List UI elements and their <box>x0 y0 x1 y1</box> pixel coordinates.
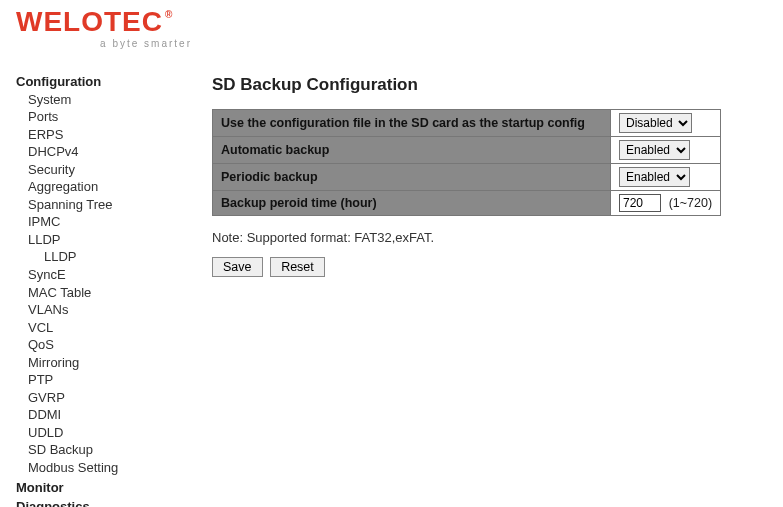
row-backup-period: Backup peroid time (hour) (1~720) <box>213 191 721 216</box>
label-periodic-backup: Periodic backup <box>213 164 611 191</box>
nav-section-configuration[interactable]: Configuration <box>16 73 182 91</box>
brand-tagline: a byte smarter <box>16 38 192 49</box>
label-automatic-backup: Automatic backup <box>213 137 611 164</box>
label-backup-period: Backup peroid time (hour) <box>213 191 611 216</box>
nav-item-vlans[interactable]: VLANs <box>28 301 182 319</box>
content-area: SD Backup Configuration Use the configur… <box>190 53 783 289</box>
nav-item-qos[interactable]: QoS <box>28 336 182 354</box>
nav-item-udld[interactable]: UDLD <box>28 424 182 442</box>
nav-item-ptp[interactable]: PTP <box>28 371 182 389</box>
page-title: SD Backup Configuration <box>212 75 771 95</box>
button-row: Save Reset <box>212 257 771 277</box>
nav-item-erps[interactable]: ERPS <box>28 126 182 144</box>
nav-item-sd-backup[interactable]: SD Backup <box>28 441 182 459</box>
nav-item-mirroring[interactable]: Mirroring <box>28 354 182 372</box>
nav-item-vcl[interactable]: VCL <box>28 319 182 337</box>
row-periodic-backup: Periodic backup Enabled <box>213 164 721 191</box>
select-periodic-backup[interactable]: Enabled <box>619 167 690 187</box>
nav-item-ddmi[interactable]: DDMI <box>28 406 182 424</box>
row-automatic-backup: Automatic backup Enabled <box>213 137 721 164</box>
save-button[interactable]: Save <box>212 257 263 277</box>
sidebar: Configuration System Ports ERPS DHCPv4 S… <box>0 53 190 507</box>
nav-section-diagnostics[interactable]: Diagnostics <box>16 498 182 507</box>
format-note: Note: Supported format: FAT32,exFAT. <box>212 230 771 245</box>
nav-item-gvrp[interactable]: GVRP <box>28 389 182 407</box>
brand-name: WELOTEC <box>16 8 163 36</box>
logo-area: WELOTEC® a byte smarter <box>0 0 783 53</box>
input-backup-period[interactable] <box>619 194 661 212</box>
nav-item-dhcpv4[interactable]: DHCPv4 <box>28 143 182 161</box>
select-startup-config[interactable]: Disabled <box>619 113 692 133</box>
nav-item-aggregation[interactable]: Aggregation <box>28 178 182 196</box>
reset-button[interactable]: Reset <box>270 257 325 277</box>
nav-section-monitor[interactable]: Monitor <box>16 479 182 497</box>
config-table: Use the configuration file in the SD car… <box>212 109 721 216</box>
range-backup-period: (1~720) <box>669 196 712 210</box>
nav-item-synce[interactable]: SyncE <box>28 266 182 284</box>
brand-logo: WELOTEC® <box>16 8 767 36</box>
nav-item-security[interactable]: Security <box>28 161 182 179</box>
select-automatic-backup[interactable]: Enabled <box>619 140 690 160</box>
nav-item-mac-table[interactable]: MAC Table <box>28 284 182 302</box>
brand-registered: ® <box>165 10 173 20</box>
nav-item-ipmc[interactable]: IPMC <box>28 213 182 231</box>
nav-item-modbus-setting[interactable]: Modbus Setting <box>28 459 182 477</box>
nav-subitem-lldp[interactable]: LLDP <box>44 248 182 266</box>
nav-item-spanning-tree[interactable]: Spanning Tree <box>28 196 182 214</box>
nav-item-system[interactable]: System <box>28 91 182 109</box>
nav-item-lldp[interactable]: LLDP <box>28 231 182 249</box>
nav-item-ports[interactable]: Ports <box>28 108 182 126</box>
label-startup-config: Use the configuration file in the SD car… <box>213 110 611 137</box>
row-startup-config: Use the configuration file in the SD car… <box>213 110 721 137</box>
